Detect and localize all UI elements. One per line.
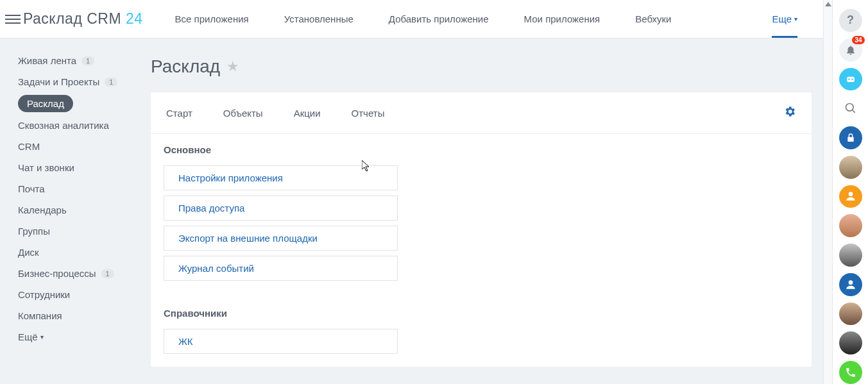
sidebar-item-tasks[interactable]: Задачи и Проекты 1: [0, 71, 151, 92]
section-title: Основное: [164, 138, 799, 165]
sidebar-badge: 1: [81, 56, 94, 65]
svg-point-3: [846, 104, 853, 112]
avatar[interactable]: [839, 273, 862, 296]
search-icon[interactable]: [839, 97, 862, 120]
link-list: ЖК: [164, 329, 398, 354]
topnav-all-apps[interactable]: Все приложения: [175, 0, 249, 38]
inner-tabs: Старт Объекты Акции Отчеты: [151, 92, 812, 133]
sidebar-item-rasklad[interactable]: Расклад: [18, 95, 73, 112]
rightbar: ? 34: [832, 0, 868, 384]
sidebar-item-label: CRM: [18, 141, 40, 152]
topbar: Расклад CRM 24 Все приложения Установлен…: [0, 0, 823, 38]
section-dictionaries: Справочники ЖК: [151, 294, 812, 367]
topnav-more[interactable]: Еще ▾: [772, 0, 797, 38]
section-title: Справочники: [164, 301, 799, 329]
sidebar-item-label: Бизнес-процессы: [18, 268, 96, 279]
sidebar-item-label: Компания: [18, 310, 62, 321]
phone-icon[interactable]: [839, 361, 862, 384]
svg-point-2: [851, 79, 853, 81]
topnav-webhooks[interactable]: Вебхуки: [635, 0, 671, 38]
star-icon[interactable]: ★: [226, 58, 239, 75]
sidebar-badge: 1: [105, 78, 117, 87]
link-events-log[interactable]: Журнал событий: [164, 256, 398, 281]
link-export[interactable]: Экспорт на внешние площадки: [164, 226, 398, 251]
section-main: Основное Настройки приложения Права дост…: [151, 133, 812, 294]
svg-rect-0: [847, 77, 855, 82]
notification-badge: 34: [852, 36, 864, 44]
page-title: Расклад: [151, 56, 220, 77]
topnav-add-app[interactable]: Добавить приложение: [389, 0, 489, 38]
svg-point-1: [848, 79, 850, 81]
content-card: Старт Объекты Акции Отчеты Основное Наст…: [151, 92, 812, 367]
help-icon[interactable]: ?: [839, 9, 862, 32]
sidebar-item-label: Сотрудники: [18, 289, 70, 300]
link-app-settings[interactable]: Настройки приложения: [164, 165, 398, 190]
topnav-my-apps[interactable]: Мои приложения: [524, 0, 600, 38]
sidebar-item-rasklad-wrap: Расклад: [0, 92, 151, 115]
robot-icon[interactable]: [839, 68, 862, 91]
sidebar-more-label: Ещё: [18, 331, 38, 342]
sidebar-item-label: Диск: [18, 247, 39, 258]
sidebar-item-bp[interactable]: Бизнес-процессы 1: [0, 263, 151, 284]
top-navigation: Все приложения Установленные Добавить пр…: [175, 0, 672, 38]
sidebar-more[interactable]: Ещё ▾: [0, 326, 151, 347]
sidebar-item-calendar[interactable]: Календарь: [0, 199, 151, 221]
page-title-row: Расклад ★: [151, 38, 823, 92]
avatar[interactable]: [839, 156, 862, 179]
topnav-more-label: Еще: [772, 13, 792, 24]
link-zhk[interactable]: ЖК: [164, 329, 398, 354]
sidebar-item-label: Календарь: [18, 205, 67, 215]
gear-icon[interactable]: [783, 105, 796, 121]
sidebar: Живая лента 1 Задачи и Проекты 1 Расклад…: [0, 38, 151, 384]
sidebar-item-feed[interactable]: Живая лента 1: [0, 50, 151, 71]
sidebar-item-company[interactable]: Компания: [0, 305, 151, 326]
sidebar-item-label: Чат и звонки: [18, 162, 74, 173]
tab-actions[interactable]: Акции: [294, 108, 321, 119]
sidebar-item-analytics[interactable]: Сквозная аналитика: [0, 115, 151, 136]
avatar[interactable]: [839, 244, 862, 267]
topnav-installed[interactable]: Установленные: [284, 0, 353, 38]
sidebar-item-label: Живая лента: [18, 55, 76, 66]
lock-icon[interactable]: [839, 126, 862, 149]
hamburger-icon[interactable]: [5, 12, 21, 27]
sidebar-item-label: Задачи и Проекты: [18, 76, 99, 87]
sidebar-item-mail[interactable]: Почта: [0, 178, 151, 199]
link-access-rights[interactable]: Права доступа: [164, 196, 398, 221]
chevron-down-icon: ▾: [794, 15, 797, 22]
sidebar-item-groups[interactable]: Группы: [0, 221, 151, 242]
link-list: Настройки приложения Права доступа Экспо…: [164, 165, 398, 281]
chevron-down-icon: ▾: [40, 333, 44, 340]
tab-reports[interactable]: Отчеты: [352, 108, 385, 119]
brand-logo[interactable]: Расклад CRM 24: [23, 10, 143, 28]
scrollbar[interactable]: [823, 0, 832, 384]
scroll-up-icon: [825, 2, 831, 6]
avatar[interactable]: [839, 214, 862, 237]
svg-point-6: [848, 280, 853, 285]
sidebar-item-label: Почта: [18, 183, 45, 194]
sidebar-item-chat[interactable]: Чат и звонки: [0, 157, 151, 178]
tab-start[interactable]: Старт: [166, 108, 192, 119]
sidebar-item-disk[interactable]: Диск: [0, 242, 151, 263]
sidebar-item-label: Сквозная аналитика: [18, 120, 109, 131]
avatar[interactable]: [839, 185, 862, 208]
tab-objects[interactable]: Объекты: [223, 108, 263, 119]
bell-icon[interactable]: 34: [839, 38, 862, 62]
brand-name: Расклад CRM: [23, 10, 121, 27]
sidebar-item-label: Группы: [18, 226, 50, 237]
main-content: Расклад ★ Старт Объекты Акции Отчеты Осн…: [151, 38, 823, 384]
svg-line-4: [852, 110, 855, 113]
sidebar-badge: 1: [101, 269, 114, 278]
sidebar-item-employees[interactable]: Сотрудники: [0, 284, 151, 305]
avatar[interactable]: [839, 303, 862, 326]
sidebar-item-crm[interactable]: CRM: [0, 136, 151, 157]
brand-suffix: 24: [126, 10, 143, 27]
svg-point-5: [848, 192, 853, 197]
avatar[interactable]: [839, 331, 862, 355]
sidebar-item-label: Расклад: [27, 98, 64, 109]
